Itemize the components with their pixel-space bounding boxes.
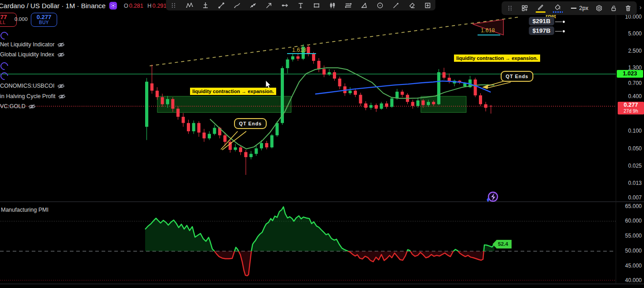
eye-off-icon[interactable] [28, 104, 36, 109]
cardano-icon [109, 2, 117, 10]
parallel-channel-icon[interactable] [345, 2, 352, 9]
fill-color-button[interactable] [553, 4, 563, 13]
fib-extension-label-2[interactable]: 1.618 [481, 27, 495, 34]
arrow-icon[interactable] [265, 2, 273, 9]
indicator-label[interactable]: in Halving Cycle Profit [0, 93, 55, 99]
drag-handle-icon[interactable] [170, 2, 177, 9]
chart-canvas[interactable] [0, 0, 644, 288]
sell-label: SELL [0, 20, 16, 25]
price-axis-label: 0.400 [616, 93, 642, 99]
bars-pattern-icon[interactable] [329, 2, 336, 9]
indicator-label[interactable]: Global Liquidity Index [0, 51, 54, 58]
layout-grid-button[interactable] [521, 5, 528, 12]
indicator-label[interactable]: Net Liquidity Indicator [0, 41, 54, 48]
eye-off-icon[interactable] [57, 42, 65, 48]
pencil-color-swatch [536, 11, 546, 13]
price-axis-label: 5.000 [616, 30, 642, 37]
text-tool-icon[interactable] [297, 2, 304, 9]
triangle-pattern-button[interactable] [361, 2, 368, 9]
line-width-button[interactable]: 2px [570, 5, 588, 12]
xabcd-pattern-button[interactable] [186, 2, 193, 9]
rectangle-icon[interactable] [313, 2, 320, 9]
indicator-legend-item[interactable]: CONOMICS:USBCOI [0, 83, 65, 89]
boost-icon [487, 192, 498, 202]
trash-icon[interactable] [624, 5, 632, 12]
pencil-color-button[interactable] [536, 4, 546, 13]
pmi-axis-label: 65.000 [616, 203, 642, 209]
chevron-right-icon[interactable]: › [639, 4, 642, 11]
trend-line-icon[interactable] [218, 2, 225, 9]
eraser-button[interactable] [408, 2, 415, 9]
layout-grid-icon[interactable] [521, 5, 528, 12]
arrow-marker-icon[interactable] [392, 2, 400, 9]
buy-label: BUY [31, 20, 57, 25]
drag-handle-button[interactable] [507, 5, 514, 12]
liquidity-target-197[interactable]: $197B [529, 26, 554, 35]
ohlc-open-value: 0.281 [129, 3, 143, 9]
eye-off-icon[interactable] [58, 94, 66, 99]
indicator-legend-item[interactable]: in Halving Cycle Profit [0, 93, 66, 99]
ohlc-open-label: O [124, 3, 128, 9]
measure-button[interactable] [424, 2, 431, 9]
pencil-icon[interactable] [537, 4, 544, 11]
arrow-button[interactable] [265, 2, 273, 9]
ellipse-icon[interactable] [376, 2, 384, 9]
triangle-pattern-icon[interactable] [361, 2, 368, 9]
bucket-icon[interactable] [554, 4, 561, 11]
rectangle-button[interactable] [313, 2, 320, 9]
pmi-axis-label: 40.000 [616, 277, 642, 283]
horizontal-ray-icon[interactable] [281, 2, 288, 9]
eraser-icon[interactable] [408, 2, 415, 9]
eye-off-icon[interactable] [57, 83, 65, 89]
symbol-header[interactable]: Cardano / US Dollar · 1M · Binance O0.28… [0, 2, 174, 10]
cross-line-icon[interactable] [249, 2, 257, 9]
price-axis-label: 0.025 [616, 163, 642, 169]
line-width-icon[interactable] [570, 5, 577, 12]
text-tool-button[interactable] [297, 2, 304, 9]
settings-hex-button[interactable] [595, 5, 603, 12]
price-axis-label: 2.500 [616, 48, 642, 54]
indicator-legend-item[interactable]: Global Liquidity Index [0, 51, 65, 58]
lock-open-icon[interactable] [610, 5, 617, 12]
fib-extension-label-1[interactable]: 1.618 [292, 47, 306, 53]
liquidity-note-1[interactable]: liquidity contraction → expansion. [190, 88, 276, 95]
xabcd-pattern-icon[interactable] [186, 2, 193, 9]
bars-pattern-button[interactable] [329, 2, 336, 9]
liquidity-target-291[interactable]: $291B [529, 17, 554, 25]
measure-icon[interactable] [424, 2, 431, 9]
indicator-loading-spinner [0, 72, 8, 80]
symbol-title[interactable]: Cardano / US Dollar · 1M · Binance [0, 2, 106, 10]
buy-price: 0.277 [31, 14, 57, 20]
parallel-channel-button[interactable] [345, 2, 352, 9]
brush-button[interactable] [234, 2, 241, 9]
price-axis-label: 0.100 [616, 128, 642, 134]
pmi-last-value-tag: 52.4 [493, 240, 512, 248]
drag-handle-icon[interactable] [507, 5, 514, 12]
lock-open-button[interactable] [610, 5, 617, 12]
brush-icon[interactable] [234, 2, 241, 9]
price-axis-label: 0.007 [616, 194, 642, 201]
buy-button[interactable]: 0.277 BUY [31, 13, 57, 27]
drag-handle-button[interactable] [170, 2, 177, 9]
eye-off-icon[interactable] [57, 52, 65, 58]
liquidity-note-2[interactable]: liquidity contraction → expansion. [454, 55, 540, 62]
long-position-button[interactable] [202, 2, 209, 9]
indicator-legend-item[interactable]: Net Liquidity Indicator [0, 41, 65, 48]
fill-color-swatch [553, 11, 563, 13]
trend-line-button[interactable] [218, 2, 225, 9]
long-position-icon[interactable] [202, 2, 209, 9]
ellipse-button[interactable] [376, 2, 384, 9]
settings-hex-icon[interactable] [595, 5, 603, 12]
arrow-marker-button[interactable] [392, 2, 400, 9]
pmi-axis-label: 45.000 [616, 263, 642, 269]
cross-line-button[interactable] [249, 2, 257, 9]
pmi-pane-title[interactable]: Manufacturing PMI [1, 207, 49, 213]
qt-ends-callout-2[interactable]: QT Ends [501, 71, 533, 82]
qt-ends-callout-1[interactable]: QT Ends [234, 118, 267, 129]
indicator-legend-item[interactable]: VC:GOLD [0, 103, 36, 109]
indicator-label[interactable]: CONOMICS:USBCOI [0, 83, 54, 89]
indicator-loading-spinner [0, 62, 8, 70]
trash-button[interactable] [624, 5, 632, 12]
indicator-label[interactable]: VC:GOLD [0, 103, 25, 109]
horizontal-ray-button[interactable] [281, 2, 288, 9]
